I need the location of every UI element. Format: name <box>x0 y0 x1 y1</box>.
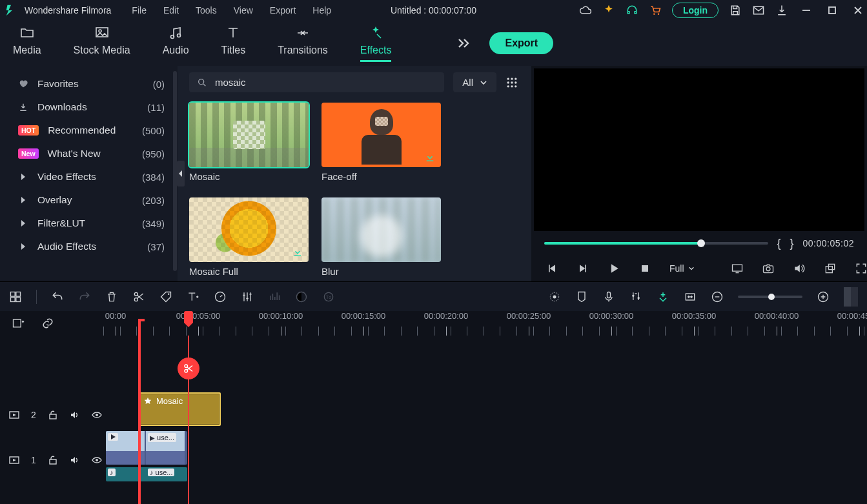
download-effect-icon[interactable] <box>292 247 303 258</box>
eye-icon[interactable] <box>92 410 102 420</box>
add-text-icon[interactable] <box>187 290 199 303</box>
effect-thumbnail[interactable] <box>321 103 441 167</box>
timeline-minimap[interactable] <box>844 287 858 307</box>
step-back-icon[interactable] <box>546 262 558 275</box>
link-icon[interactable] <box>41 317 54 330</box>
split-button[interactable] <box>178 358 199 379</box>
delete-icon[interactable] <box>105 290 118 303</box>
keyframe-tool-icon[interactable]: Td <box>322 290 335 303</box>
maximize-icon[interactable] <box>827 5 837 15</box>
sidebar-item-whatsnew[interactable]: NewWhat's New (950) <box>0 142 178 165</box>
download-icon[interactable] <box>775 4 788 17</box>
playhead[interactable] <box>188 336 189 504</box>
zoom-slider[interactable] <box>738 296 802 298</box>
effect-card[interactable]: Mosaic <box>189 103 309 183</box>
collapse-sidebar-button[interactable] <box>177 161 185 186</box>
zoom-out-icon[interactable] <box>711 290 724 303</box>
magnetic-icon[interactable] <box>657 290 669 303</box>
nav-titles[interactable]: Titles <box>221 25 246 60</box>
sidebar-item-filter-lut[interactable]: Filter&LUT (349) <box>0 212 178 235</box>
scissors-icon[interactable] <box>132 290 145 303</box>
effect-card[interactable]: Face-off <box>321 103 441 183</box>
menu-file[interactable]: File <box>132 5 147 15</box>
sidebar-item-favorites[interactable]: Favorites (0) <box>0 72 178 96</box>
sidebar-item-video-effects[interactable]: Video Effects (384) <box>0 165 178 188</box>
range-start-marker[interactable] <box>138 319 141 504</box>
sidebar-item-audio-effects[interactable]: Audio Effects (37) <box>0 235 178 258</box>
mute-icon[interactable] <box>70 410 80 420</box>
clip-audio[interactable]: ♪ ♪ use... <box>106 467 187 481</box>
timeline-ruler[interactable]: 00:0000:00:05:0000:00:10:0000:00:15:0000… <box>103 311 867 336</box>
track-header-2[interactable]: 2 <box>0 392 103 438</box>
nav-stock-media[interactable]: Stock Media <box>74 25 130 60</box>
minimize-icon[interactable] <box>801 5 811 15</box>
eye-icon[interactable] <box>92 455 102 465</box>
effect-thumbnail[interactable] <box>189 197 309 262</box>
headset-icon[interactable] <box>626 4 638 17</box>
nav-transitions[interactable]: Transitions <box>278 25 328 60</box>
preview-video[interactable] <box>534 68 864 231</box>
zoom-in-icon[interactable] <box>817 290 830 303</box>
track-header-1[interactable]: 1 <box>0 438 103 483</box>
preview-quality-dropdown[interactable]: Full <box>669 263 695 274</box>
mute-icon[interactable] <box>70 455 80 465</box>
sidebar-item-downloads[interactable]: Downloads (11) <box>0 96 178 119</box>
speed-icon[interactable] <box>214 290 227 303</box>
cart-icon[interactable] <box>649 4 662 17</box>
adjust-icon[interactable] <box>241 290 254 303</box>
voiceover-icon[interactable] <box>602 290 615 303</box>
menu-edit[interactable]: Edit <box>163 5 179 15</box>
fullscreen-icon[interactable] <box>855 262 867 275</box>
volume-icon[interactable] <box>793 262 806 275</box>
effect-card[interactable]: Blur <box>321 197 441 278</box>
clip-effect-mosaic[interactable]: Mosaic <box>138 392 221 426</box>
add-track-icon[interactable] <box>9 290 22 303</box>
effect-card[interactable]: Mosaic Full <box>189 197 309 278</box>
marker-icon[interactable] <box>575 290 588 303</box>
menu-tools[interactable]: Tools <box>196 5 217 15</box>
login-button[interactable]: Login <box>672 3 719 18</box>
undo-icon[interactable] <box>51 290 64 303</box>
tag-icon[interactable] <box>159 290 172 303</box>
export-button[interactable]: Export <box>489 32 553 54</box>
unlock-icon[interactable] <box>48 410 58 420</box>
effect-thumbnail[interactable] <box>189 103 309 167</box>
sparkle-icon[interactable] <box>602 4 615 17</box>
preview-seek-slider[interactable] <box>544 242 768 245</box>
search-box[interactable] <box>189 72 444 92</box>
sidebar-item-overlay[interactable]: Overlay (203) <box>0 188 178 212</box>
equalizer-icon[interactable] <box>268 290 281 303</box>
cloud-icon[interactable] <box>579 4 592 17</box>
menu-view[interactable]: View <box>234 5 253 15</box>
mark-in-icon[interactable]: { <box>777 237 781 250</box>
grid-view-icon[interactable] <box>505 76 518 89</box>
play-icon[interactable] <box>607 262 620 275</box>
display-icon[interactable] <box>731 262 744 275</box>
nav-audio[interactable]: Audio <box>163 25 189 60</box>
filter-dropdown[interactable]: All <box>453 72 496 92</box>
audio-mixer-icon[interactable] <box>629 290 642 303</box>
unlock-icon[interactable] <box>48 455 58 465</box>
add-media-icon[interactable] <box>12 317 25 330</box>
mail-icon[interactable] <box>752 4 765 17</box>
expand-icon[interactable] <box>456 35 471 51</box>
save-icon[interactable] <box>729 4 742 17</box>
redo-icon[interactable] <box>78 290 91 303</box>
render-icon[interactable] <box>548 290 561 303</box>
nav-media[interactable]: Media <box>13 25 41 60</box>
sidebar-item-recommended[interactable]: HOTRecommended (500) <box>0 119 178 142</box>
close-icon[interactable] <box>853 5 863 15</box>
stop-icon[interactable] <box>638 262 651 275</box>
color-icon[interactable] <box>295 290 308 303</box>
mark-out-icon[interactable]: } <box>790 237 794 250</box>
nav-effects[interactable]: Effects <box>360 25 392 62</box>
download-effect-icon[interactable] <box>424 152 436 163</box>
fit-zoom-icon[interactable] <box>684 290 697 303</box>
menu-help[interactable]: Help <box>312 5 331 15</box>
search-input[interactable] <box>215 77 436 88</box>
snapshot-icon[interactable] <box>762 262 775 275</box>
effect-thumbnail[interactable] <box>321 197 441 262</box>
menu-export[interactable]: Export <box>270 5 296 15</box>
step-forward-icon[interactable] <box>576 262 589 275</box>
popout-icon[interactable] <box>824 262 837 275</box>
